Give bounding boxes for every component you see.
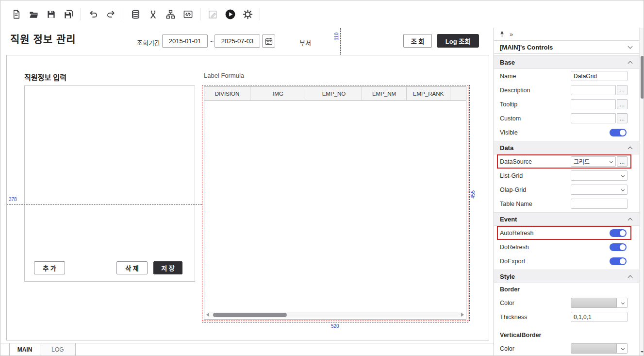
section-base[interactable]: Base (494, 55, 644, 69)
section-style[interactable]: Style (494, 270, 644, 283)
chevron-down-icon (621, 347, 625, 350)
color-dropdown-button[interactable] (617, 298, 627, 308)
guide-label-top: 110 (334, 33, 339, 40)
grid-column-header[interactable]: DIVISION (204, 87, 250, 100)
listgrid-select[interactable] (571, 170, 627, 181)
settings-gear-icon[interactable] (239, 5, 256, 23)
scrollbar-thumb[interactable] (213, 313, 287, 317)
controls-dropdown-label: [MAIN]'s Controls (500, 44, 553, 51)
section-event[interactable]: Event (494, 212, 644, 226)
chevron-down-icon (621, 174, 625, 177)
date-from-input[interactable] (162, 34, 208, 48)
chevron-down-icon (621, 188, 625, 191)
doexport-toggle[interactable] (610, 257, 627, 265)
prop-subheader-verticalborder: VerticalBorder (494, 329, 644, 341)
visible-toggle[interactable] (610, 129, 627, 136)
new-document-icon[interactable] (7, 5, 25, 23)
undo-icon[interactable] (84, 5, 102, 23)
pin-icon[interactable] (499, 31, 505, 37)
olapgrid-label: Olap-Grid (500, 186, 526, 193)
tablename-input[interactable] (571, 199, 627, 209)
datasource-more-button[interactable]: … (617, 156, 627, 167)
section-style-label: Style (500, 273, 515, 280)
verticalborder-subheader: VerticalBorder (500, 332, 541, 339)
date-to-input[interactable] (215, 34, 260, 48)
border-color-picker[interactable] (571, 298, 627, 308)
run-icon[interactable] (221, 5, 239, 23)
save-button[interactable]: 저 장 (153, 261, 182, 274)
dorefresh-toggle[interactable] (610, 243, 627, 251)
data-grid[interactable]: DIVISION IMG EMP_NO EMP_NM EMP_RANK (204, 86, 466, 320)
calendar-button[interactable] (262, 34, 275, 48)
design-surface: 직원정보 입력 추 가 삭 제 저 장 Label Formula DIVISI… (6, 55, 489, 340)
grid-column-header[interactable]: EMP_NM (362, 87, 407, 100)
datasource-label: DataSource (500, 158, 532, 165)
code-icon[interactable] (179, 5, 197, 23)
bottom-tabstrip: MAIN LOG (0, 343, 494, 356)
prop-row-visible: Visible (494, 125, 644, 139)
add-button[interactable]: 추 가 (34, 261, 65, 274)
save-all-icon[interactable] (60, 5, 77, 23)
verticalborder-color-picker[interactable] (571, 343, 627, 354)
tooltip-more-button[interactable]: … (617, 99, 627, 109)
autorefresh-label: AutoRefresh (500, 230, 533, 237)
grid-column-header[interactable]: EMP_NO (306, 87, 362, 100)
grid-column-header[interactable]: EMP_RANK (407, 87, 450, 100)
tablename-label: Table Name (500, 201, 532, 207)
panel-scrollbar-thumb[interactable] (641, 56, 644, 99)
log-search-button[interactable]: Log 조회 (437, 34, 479, 48)
grid-horizontal-scrollbar[interactable] (206, 312, 464, 318)
chevron-down-icon (621, 301, 625, 305)
employee-form-box[interactable] (24, 85, 195, 282)
redo-icon[interactable] (102, 5, 119, 23)
guide-label-left: 378 (9, 197, 17, 202)
panel-scrollbar[interactable] (639, 28, 644, 356)
autorefresh-toggle[interactable] (610, 229, 627, 237)
dept-label: 부서 (299, 38, 311, 47)
date-separator: ~ (210, 38, 214, 45)
save-icon[interactable] (42, 5, 60, 23)
description-more-button[interactable]: … (617, 85, 627, 95)
properties-panel: » [MAIN]'s Controls Base Name Descriptio… (494, 28, 644, 356)
panel-pin-strip: » (494, 28, 644, 40)
edit-icon[interactable] (204, 5, 221, 23)
prop-row-description: Description … (494, 83, 644, 97)
custom-more-button[interactable]: … (617, 113, 627, 123)
controls-dropdown[interactable]: [MAIN]'s Controls (494, 40, 644, 54)
olapgrid-select[interactable] (571, 185, 627, 195)
tab-main[interactable]: MAIN (9, 343, 40, 356)
section-data[interactable]: Data (494, 141, 644, 154)
thickness-label: Thickness (500, 314, 527, 321)
open-folder-icon[interactable] (25, 5, 42, 23)
description-input[interactable] (571, 85, 616, 95)
name-input[interactable] (571, 71, 627, 81)
tooltip-label: Tooltip (500, 101, 517, 108)
scroll-left-icon[interactable] (206, 313, 209, 317)
prop-row-dorefresh: DoRefresh (494, 240, 644, 254)
tooltip-input[interactable] (571, 99, 616, 109)
custom-input[interactable] (571, 113, 616, 123)
search-button[interactable]: 조 회 (403, 34, 432, 48)
grid-column-header[interactable]: IMG (250, 87, 306, 100)
collapse-panel-icon[interactable]: » (510, 31, 513, 38)
section-base-label: Base (500, 59, 515, 66)
color-dropdown-button[interactable] (617, 343, 627, 354)
visible-label: Visible (500, 129, 518, 136)
section-event-label: Event (500, 216, 517, 223)
scroll-down-icon[interactable] (641, 351, 644, 354)
scroll-right-icon[interactable] (461, 313, 464, 317)
prop-row-tablename: Table Name (494, 197, 644, 211)
prop-row-custom: Custom … (494, 111, 644, 125)
database-icon[interactable] (127, 5, 144, 23)
toolbar-separator (200, 8, 200, 20)
datasource-select[interactable]: 그리드 (571, 156, 616, 167)
color-swatch (571, 343, 617, 354)
delete-button[interactable]: 삭 제 (116, 261, 148, 274)
thickness-input[interactable] (571, 312, 627, 322)
toolbar-separator (123, 8, 123, 20)
custom-label: Custom (500, 115, 521, 122)
prop-row-border-color: Color (494, 296, 644, 310)
sitemap-icon[interactable] (162, 5, 179, 23)
variables-icon[interactable] (144, 5, 162, 23)
tab-log[interactable]: LOG (40, 343, 76, 356)
